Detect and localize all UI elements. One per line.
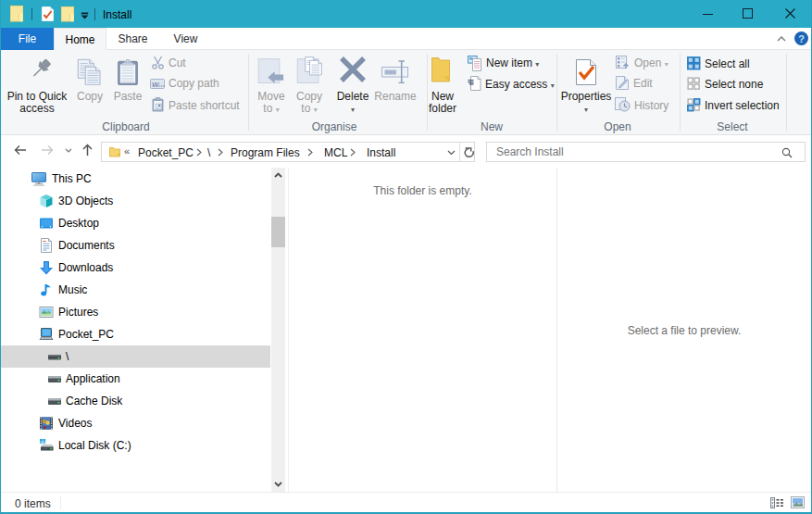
svg-text:?: ? — [798, 33, 805, 44]
